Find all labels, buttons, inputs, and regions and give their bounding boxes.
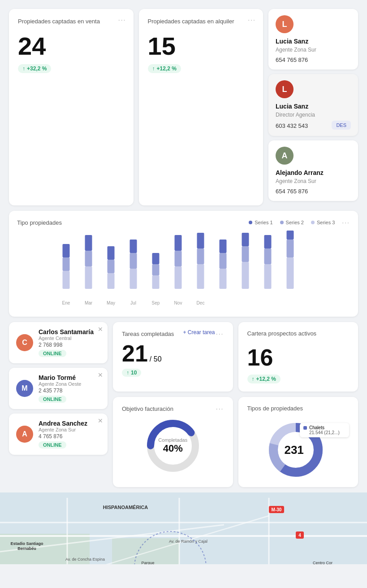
agent-name-1: Lucia Sanz — [276, 103, 351, 110]
tasks-arrow-icon: ↑ — [126, 370, 129, 376]
agent-list-name-2: Andrea Sanchez — [39, 420, 100, 427]
svg-rect-22 — [175, 235, 182, 251]
agent-role-1: Director Agencia — [276, 112, 351, 118]
cartera-number: 16 — [247, 346, 350, 369]
svg-rect-37 — [287, 257, 294, 289]
alquiler-number: 15 — [148, 34, 255, 59]
agent-list-name-0: Carlos Santamaría — [39, 328, 100, 335]
middle-row: ✕ C Carlos Santamaría Agente Central 2 7… — [0, 317, 367, 487]
svg-rect-33 — [242, 233, 249, 246]
agent-name-0: Lucia Sanz — [276, 38, 351, 45]
close-btn-0[interactable]: ✕ — [98, 326, 103, 333]
stat-card-alquiler: Propiedades captadas en alquiler ··· 15 … — [139, 9, 263, 205]
bar-chart-svg: Ene Mar May Jul Sep — [17, 231, 350, 307]
venta-menu[interactable]: ··· — [118, 16, 126, 23]
svg-text:Sep: Sep — [152, 301, 160, 305]
objetivo-row: Objetivo facturación ··· — [113, 397, 358, 487]
svg-rect-26 — [197, 233, 204, 248]
agent-list-card-2: ✕ A Andrea Sanchez Agente Zona Sur 4 765… — [9, 414, 108, 455]
agent-card-1: L Lucia Sanz Director Agencia 603 432 54… — [268, 74, 358, 136]
svg-rect-17 — [152, 264, 160, 275]
svg-rect-38 — [287, 240, 294, 257]
svg-rect-24 — [197, 264, 204, 289]
svg-rect-9 — [108, 260, 115, 273]
objetivo-menu[interactable]: ··· — [216, 405, 224, 412]
agent-action-btn-1[interactable]: DES — [332, 121, 351, 130]
close-btn-2[interactable]: ✕ — [98, 417, 103, 424]
legend-item-1: Series 2 — [280, 220, 304, 225]
svg-rect-32 — [242, 246, 249, 262]
agent-avatar-0: L — [276, 15, 294, 33]
tasks-menu[interactable]: ··· — [216, 330, 224, 337]
close-btn-1[interactable]: ✕ — [98, 371, 103, 379]
agent-avatar-1: L — [276, 80, 294, 98]
agent-list-phone-0: 2 768 998 — [39, 342, 100, 348]
agent-list-phone-1: 2 435 778 — [39, 388, 100, 394]
cartera-badge: +12,2 % — [247, 375, 281, 383]
tipos-title: Tipos de propiedades — [247, 405, 350, 412]
svg-rect-36 — [264, 235, 272, 248]
svg-rect-13 — [130, 253, 137, 269]
legend-label-0: Series 1 — [255, 220, 272, 225]
legend-dot-1 — [280, 221, 284, 224]
svg-rect-20 — [175, 266, 182, 289]
stat-card-venta: Propiedades captadas en venta ··· 24 +32… — [9, 9, 134, 205]
agent-card-0: L Lucia Sanz Agente Zona Sur 654 765 876 — [268, 9, 358, 70]
tipos-legend-tooltip: Chalets 21.544 (21,2...) — [300, 423, 349, 437]
svg-rect-31 — [242, 262, 249, 289]
venta-badge: +32,2 % — [18, 64, 51, 73]
svg-rect-30 — [220, 240, 227, 253]
tasks-row: Tareas completadas + Crear tarea ··· 21 … — [113, 322, 358, 392]
svg-rect-5 — [85, 251, 92, 266]
svg-rect-28 — [220, 269, 227, 289]
svg-text:Centro Cor: Centro Cor — [313, 561, 332, 564]
create-task-btn[interactable]: + Crear tarea — [183, 329, 215, 335]
agent-list-panel: ✕ C Carlos Santamaría Agente Central 2 7… — [9, 322, 108, 487]
objetivo-title: Objetivo facturación — [122, 405, 173, 412]
svg-text:Nov: Nov — [174, 301, 182, 305]
svg-rect-6 — [85, 235, 92, 251]
agent-list-avatar-1: M — [16, 380, 33, 397]
agent-list-phone-2: 4 765 876 — [39, 433, 100, 440]
agent-list-role-2: Agente Zona Sur — [39, 427, 100, 432]
venta-number: 24 — [18, 34, 125, 59]
tipos-center-num: 231 — [284, 443, 303, 457]
dashboard: Propiedades captadas en venta ··· 24 +32… — [0, 0, 367, 564]
svg-text:Mar: Mar — [85, 301, 93, 305]
svg-rect-21 — [175, 251, 182, 266]
svg-rect-16 — [152, 275, 160, 289]
svg-text:Dec: Dec — [197, 301, 205, 305]
svg-rect-0 — [63, 271, 70, 289]
svg-text:May: May — [107, 301, 115, 305]
create-task-label: + Crear tarea — [183, 329, 215, 335]
tasks-card: Tareas completadas + Crear tarea ··· 21 … — [113, 322, 233, 392]
objetivo-label-top: Completadas — [158, 437, 187, 443]
agent-card-2: A Alejando Arranz Agente Zona Sur 654 76… — [268, 140, 358, 201]
objetivo-card: Objetivo facturación ··· — [113, 397, 233, 487]
svg-text:Av. de Concha Espina: Av. de Concha Espina — [65, 557, 105, 562]
agent-name-2: Alejando Arranz — [276, 169, 351, 176]
chart-section: Tipo propiedades Series 1 Series 2 — [0, 205, 367, 317]
agent-list-name-1: Mario Tormé — [39, 374, 100, 381]
chart-title: Tipo propiedades — [17, 219, 62, 226]
map-svg: HISPANOAMÉRICA Estadio Santiago Bernabéu… — [0, 498, 367, 564]
chart-menu[interactable]: ··· — [342, 219, 350, 226]
alquiler-menu[interactable]: ··· — [248, 16, 256, 23]
alquiler-title: Propiedades captadas en alquiler — [148, 18, 255, 25]
svg-rect-8 — [108, 273, 115, 289]
svg-rect-29 — [220, 253, 227, 269]
svg-text:Jul: Jul — [130, 301, 136, 305]
svg-text:Ene: Ene — [62, 301, 70, 305]
svg-rect-12 — [130, 269, 137, 289]
agent-list-role-1: Agente Zona Oeste — [39, 381, 100, 387]
svg-rect-2 — [63, 244, 70, 257]
tasks-title: Tareas completadas — [122, 331, 174, 337]
agent-avatar-2: A — [276, 147, 294, 165]
svg-rect-10 — [108, 246, 115, 260]
alquiler-badge: +12,2 % — [148, 64, 181, 73]
svg-text:4: 4 — [298, 533, 301, 538]
svg-text:Av. de Ramón y Cajal: Av. de Ramón y Cajal — [169, 539, 207, 544]
tasks-current: 21 — [122, 342, 148, 365]
tasks-total: / 50 — [150, 355, 162, 363]
svg-text:M-30: M-30 — [272, 507, 282, 512]
